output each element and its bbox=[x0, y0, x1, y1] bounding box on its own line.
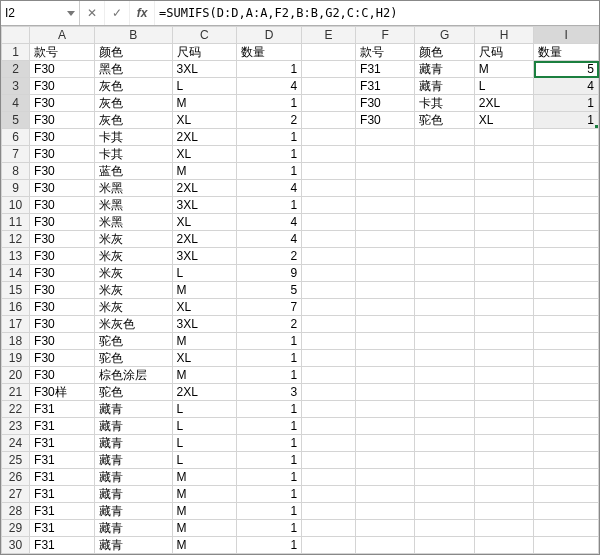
cell[interactable]: 7 bbox=[237, 299, 302, 316]
row-header[interactable]: 29 bbox=[2, 520, 30, 537]
cell[interactable]: 1 bbox=[237, 554, 302, 555]
cell[interactable] bbox=[356, 537, 415, 554]
row-header[interactable]: 23 bbox=[2, 418, 30, 435]
cell[interactable] bbox=[415, 401, 474, 418]
cell[interactable]: F30 bbox=[30, 163, 95, 180]
cell[interactable]: F30 bbox=[30, 129, 95, 146]
cell[interactable]: 1 bbox=[237, 333, 302, 350]
cell[interactable]: 1 bbox=[237, 401, 302, 418]
cell[interactable]: M bbox=[172, 282, 237, 299]
cell[interactable]: 4 bbox=[237, 180, 302, 197]
cell[interactable] bbox=[474, 214, 533, 231]
col-header-C[interactable]: C bbox=[172, 27, 237, 44]
cell[interactable]: F31 bbox=[30, 537, 95, 554]
cell[interactable]: 藏青 bbox=[415, 61, 474, 78]
col-header-F[interactable]: F bbox=[356, 27, 415, 44]
cell[interactable]: F31 bbox=[30, 554, 95, 555]
cell[interactable] bbox=[474, 248, 533, 265]
cell[interactable] bbox=[474, 163, 533, 180]
cell[interactable]: L bbox=[172, 452, 237, 469]
cell[interactable] bbox=[415, 129, 474, 146]
cell[interactable] bbox=[534, 214, 599, 231]
cell[interactable] bbox=[415, 231, 474, 248]
col-header-B[interactable]: B bbox=[94, 27, 172, 44]
cell[interactable] bbox=[474, 197, 533, 214]
cell[interactable] bbox=[356, 384, 415, 401]
cell[interactable]: F30样 bbox=[30, 384, 95, 401]
cell[interactable]: L bbox=[172, 265, 237, 282]
cell[interactable] bbox=[415, 435, 474, 452]
cell[interactable]: 1 bbox=[237, 129, 302, 146]
cell[interactable]: F30 bbox=[30, 282, 95, 299]
cell[interactable]: 数量 bbox=[534, 44, 599, 61]
cell[interactable] bbox=[534, 129, 599, 146]
cell[interactable] bbox=[534, 418, 599, 435]
cell[interactable] bbox=[534, 452, 599, 469]
row-header[interactable]: 31 bbox=[2, 554, 30, 555]
row-header[interactable]: 19 bbox=[2, 350, 30, 367]
cell[interactable]: F31 bbox=[30, 469, 95, 486]
row-header[interactable]: 3 bbox=[2, 78, 30, 95]
cell[interactable]: 1 bbox=[534, 112, 599, 129]
cell[interactable]: 棕色涂层 bbox=[94, 367, 172, 384]
cell[interactable]: 卡其 bbox=[94, 129, 172, 146]
cell[interactable]: F31 bbox=[30, 452, 95, 469]
cell[interactable] bbox=[302, 265, 356, 282]
cell[interactable] bbox=[474, 282, 533, 299]
row-header[interactable]: 26 bbox=[2, 469, 30, 486]
row-header[interactable]: 2 bbox=[2, 61, 30, 78]
cell[interactable]: 3XL bbox=[172, 197, 237, 214]
cell[interactable]: 4 bbox=[237, 231, 302, 248]
cell[interactable]: 1 bbox=[534, 95, 599, 112]
cell[interactable]: F30 bbox=[30, 214, 95, 231]
cell[interactable] bbox=[474, 316, 533, 333]
cell[interactable] bbox=[474, 418, 533, 435]
cell[interactable] bbox=[534, 469, 599, 486]
cell[interactable] bbox=[302, 112, 356, 129]
cell[interactable]: 藏青 bbox=[94, 520, 172, 537]
col-header-E[interactable]: E bbox=[302, 27, 356, 44]
cell[interactable]: 1 bbox=[237, 163, 302, 180]
cell[interactable] bbox=[474, 520, 533, 537]
cell[interactable] bbox=[356, 180, 415, 197]
cell[interactable] bbox=[474, 384, 533, 401]
cell[interactable] bbox=[415, 554, 474, 555]
cell[interactable]: L bbox=[172, 418, 237, 435]
cell[interactable]: 藏青 bbox=[94, 435, 172, 452]
row-header[interactable]: 28 bbox=[2, 503, 30, 520]
cell[interactable] bbox=[474, 333, 533, 350]
cell[interactable] bbox=[534, 537, 599, 554]
cell[interactable]: 2XL bbox=[172, 231, 237, 248]
cell[interactable] bbox=[356, 469, 415, 486]
cell[interactable] bbox=[302, 299, 356, 316]
cell[interactable]: 2XL bbox=[172, 180, 237, 197]
cell[interactable] bbox=[534, 180, 599, 197]
cell[interactable] bbox=[534, 248, 599, 265]
cell[interactable]: F30 bbox=[30, 146, 95, 163]
row-header[interactable]: 4 bbox=[2, 95, 30, 112]
cell[interactable]: F30 bbox=[356, 112, 415, 129]
sheet-area[interactable]: A B C D E F G H I 1款号颜色尺码数量款号颜色尺码数量2F30黑… bbox=[1, 26, 599, 554]
cell[interactable]: 颜色 bbox=[94, 44, 172, 61]
cell[interactable] bbox=[356, 350, 415, 367]
cell[interactable] bbox=[356, 554, 415, 555]
cell[interactable]: 米灰 bbox=[94, 248, 172, 265]
cell[interactable]: M bbox=[172, 95, 237, 112]
cell[interactable] bbox=[302, 452, 356, 469]
cell[interactable] bbox=[474, 265, 533, 282]
cell[interactable]: 米灰 bbox=[94, 231, 172, 248]
cell[interactable] bbox=[415, 503, 474, 520]
cell[interactable] bbox=[534, 299, 599, 316]
cell[interactable]: 1 bbox=[237, 350, 302, 367]
cell[interactable] bbox=[302, 401, 356, 418]
cell[interactable] bbox=[302, 503, 356, 520]
row-header[interactable]: 14 bbox=[2, 265, 30, 282]
row-header[interactable]: 18 bbox=[2, 333, 30, 350]
cell[interactable] bbox=[302, 282, 356, 299]
cell[interactable] bbox=[356, 452, 415, 469]
cell[interactable] bbox=[415, 163, 474, 180]
cell[interactable]: L bbox=[172, 78, 237, 95]
dropdown-icon[interactable] bbox=[67, 11, 75, 16]
row-header[interactable]: 24 bbox=[2, 435, 30, 452]
cell[interactable]: M bbox=[172, 333, 237, 350]
